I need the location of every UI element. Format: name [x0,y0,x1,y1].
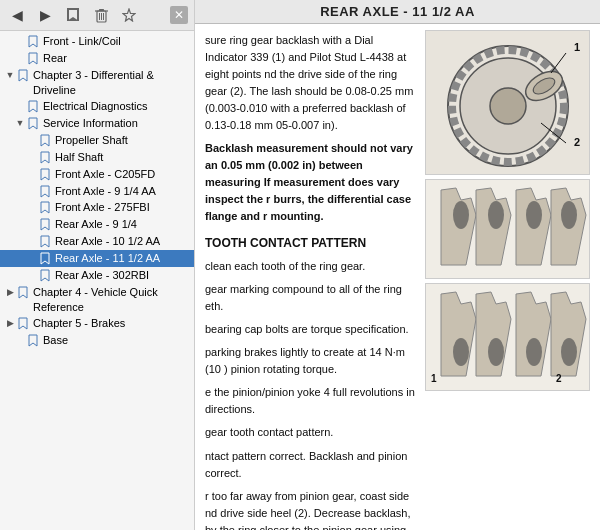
tree-item-rear[interactable]: Rear [0,50,194,67]
doc-paragraph-10: r too far away from pinion gear, coast s… [205,488,415,530]
tree-item-label: Front Axle - 275FBI [55,200,150,215]
trash-icon [95,8,108,23]
tree-item-electrical-diag[interactable]: Electrical Diagnostics [0,98,194,115]
tree-item-rear-axle-10-1-2-aa[interactable]: Rear Axle - 10 1/2 AA [0,233,194,250]
bookmark-icon [16,317,30,330]
tree-item-front-axle-275fbi[interactable]: Front Axle - 275FBI [0,199,194,216]
tree-item-label: Chapter 3 - Differential & Driveline [33,68,194,98]
doc-text: sure ring gear backlash with a Dial Indi… [195,24,425,530]
doc-paragraph-8: gear tooth contact pattern. [205,424,415,441]
close-button[interactable]: ✕ [170,6,188,24]
tree-item-label: Base [43,333,68,348]
bookmark-button[interactable] [62,4,84,26]
svg-point-31 [490,88,526,124]
bookmark-icon [38,218,52,231]
navigation-tree: Front - Link/Coil Rear ▼ Chapter 3 - Dif… [0,31,194,530]
svg-marker-22 [41,236,49,247]
svg-rect-2 [77,8,79,21]
tree-item-base[interactable]: Base [0,332,194,349]
bookmark-icon [38,235,52,248]
bookmark-icon [26,52,40,65]
tooth-diagram-1-svg [426,180,590,279]
svg-marker-21 [41,219,49,230]
svg-point-45 [453,338,469,366]
svg-point-40 [453,201,469,229]
doc-paragraph-3: clean each tooth of the ring gear. [205,258,415,275]
doc-paragraph-9: ntact pattern correct. Backlash and pini… [205,448,415,482]
doc-body: sure ring gear backlash with a Dial Indi… [195,24,600,530]
svg-point-43 [561,201,577,229]
tree-item-front-axle-9-1-4-aa[interactable]: Front Axle - 9 1/4 AA [0,183,194,200]
svg-text:1: 1 [431,373,437,384]
expand-icon: ▼ [4,69,16,82]
tree-item-half-shaft[interactable]: Half Shaft [0,149,194,166]
bookmark-icon [26,334,40,347]
svg-rect-6 [99,9,104,11]
bookmark-icon [26,117,40,130]
svg-marker-15 [29,118,37,129]
bookmark-icon [38,168,52,181]
svg-point-46 [488,338,504,366]
tree-item-front-axle-c205fd[interactable]: Front Axle - C205FD [0,166,194,183]
svg-marker-11 [29,36,37,47]
tree-item-label: Rear Axle - 11 1/2 AA [55,251,160,266]
left-panel: ◀ ▶ ✕ [0,0,195,530]
tree-item-propeller-shaft[interactable]: Propeller Shaft [0,132,194,149]
doc-paragraph-2: Backlash measurement should not vary an … [205,140,415,225]
tree-item-rear-axle-9-1-4[interactable]: Rear Axle - 9 1/4 [0,216,194,233]
bookmark-icon [38,201,52,214]
expand-icon: ▼ [14,117,26,130]
tree-item-label: Electrical Diagnostics [43,99,148,114]
doc-header: REAR AXLE - 11 1/2 AA [195,0,600,24]
svg-text:2: 2 [556,373,562,384]
svg-marker-14 [29,101,37,112]
svg-marker-20 [41,202,49,213]
star-button[interactable] [118,4,140,26]
trash-button[interactable] [90,4,112,26]
tree-item-rear-axle-302rbi[interactable]: Rear Axle - 302RBI [0,267,194,284]
svg-marker-25 [19,287,27,298]
tree-item-chapter3[interactable]: ▼ Chapter 3 - Differential & Driveline [0,67,194,99]
svg-marker-23 [41,253,49,264]
tree-item-chapter4[interactable]: ▶ Chapter 4 - Vehicle Quick Reference [0,284,194,316]
tree-item-label: Front Axle - C205FD [55,167,155,182]
svg-point-41 [488,201,504,229]
tree-item-front-link-coil[interactable]: Front - Link/Coil [0,33,194,50]
tree-item-label: Rear Axle - 10 1/2 AA [55,234,160,249]
doc-paragraph-6: parking brakes lightly to create at 14 N… [205,344,415,378]
svg-point-47 [526,338,542,366]
tree-item-chapter5[interactable]: ▶ Chapter 5 - Brakes [0,315,194,332]
tooth-contact-diagram-1 [425,179,590,279]
back-button[interactable]: ◀ [6,4,28,26]
doc-paragraph-4: gear marking compound to all of the ring… [205,281,415,315]
doc-paragraph-5: bearing cap bolts are torque specificati… [205,321,415,338]
svg-text:2: 2 [574,136,580,148]
tree-item-label: Chapter 5 - Brakes [33,316,125,331]
doc-paragraph-1: sure ring gear backlash with a Dial Indi… [205,32,415,134]
tree-item-label: Rear Axle - 302RBI [55,268,149,283]
tree-item-label: Service Information [43,116,138,131]
toolbar: ◀ ▶ ✕ [0,0,194,31]
tree-item-label: Half Shaft [55,150,103,165]
section-title-tooth: TOOTH CONTACT PATTERN [205,234,415,253]
svg-text:1: 1 [574,41,580,53]
bookmark-icon [38,151,52,164]
tree-item-label: Rear Axle - 9 1/4 [55,217,137,232]
tree-item-rear-axle-11-1-2-aa[interactable]: Rear Axle - 11 1/2 AA [0,250,194,267]
gear-diagram: 1 2 [425,30,590,175]
star-icon [122,8,136,22]
right-panel: REAR AXLE - 11 1/2 AA sure ring gear bac… [195,0,600,530]
forward-button[interactable]: ▶ [34,4,56,26]
tree-item-label: Front Axle - 9 1/4 AA [55,184,156,199]
tooth-diagram-2-svg: 1 2 [426,284,590,391]
svg-point-48 [561,338,577,366]
bookmark-icon [16,69,30,82]
expand-icon: ▶ [4,317,16,330]
bookmark-icon [66,7,80,23]
tree-item-label: Chapter 4 - Vehicle Quick Reference [33,285,194,315]
svg-marker-12 [29,53,37,64]
tree-item-service-info[interactable]: ▼ Service Information [0,115,194,132]
svg-marker-27 [29,335,37,346]
bookmark-icon [26,100,40,113]
svg-marker-26 [19,318,27,329]
